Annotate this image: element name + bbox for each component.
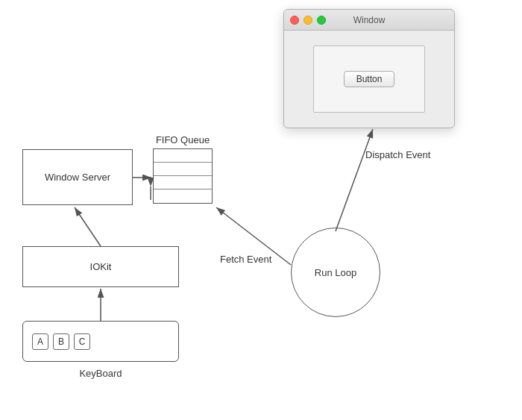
fifo-box bbox=[153, 148, 213, 204]
key-b: B bbox=[53, 333, 69, 350]
key-a: A bbox=[32, 333, 48, 350]
fifo-label: FIFO Queue bbox=[153, 134, 213, 145]
iokit-label: IOKit bbox=[90, 261, 112, 272]
key-c: C bbox=[74, 333, 90, 350]
inner-box: Button bbox=[313, 46, 425, 113]
window-button[interactable]: Button bbox=[344, 71, 395, 87]
fifo-row bbox=[154, 163, 212, 176]
fifo-row bbox=[154, 189, 212, 203]
fifo-row bbox=[154, 149, 212, 163]
keyboard-label: KeyBoard bbox=[22, 368, 179, 379]
svg-line-7 bbox=[336, 129, 373, 231]
minimize-button[interactable] bbox=[304, 16, 312, 25]
mac-window: Window Button bbox=[283, 9, 455, 128]
svg-line-4 bbox=[75, 207, 101, 246]
run-loop-circle: Run Loop bbox=[291, 228, 380, 317]
window-title: Window bbox=[353, 15, 386, 25]
window-content: Button bbox=[284, 31, 454, 128]
window-server-label: Window Server bbox=[45, 172, 110, 183]
close-button[interactable] bbox=[290, 16, 299, 25]
iokit-box: IOKit bbox=[22, 246, 179, 287]
fifo-row bbox=[154, 176, 212, 189]
fetch-event-label: Fetch Event bbox=[220, 254, 271, 265]
keyboard-box: A B C bbox=[22, 321, 179, 362]
window-server-box: Window Server bbox=[22, 149, 133, 205]
fifo-queue-container: FIFO Queue bbox=[153, 134, 213, 204]
titlebar: Window bbox=[284, 10, 454, 31]
maximize-button[interactable] bbox=[317, 16, 326, 25]
run-loop-label: Run Loop bbox=[315, 267, 356, 278]
dispatch-event-label: Dispatch Event bbox=[365, 149, 430, 160]
